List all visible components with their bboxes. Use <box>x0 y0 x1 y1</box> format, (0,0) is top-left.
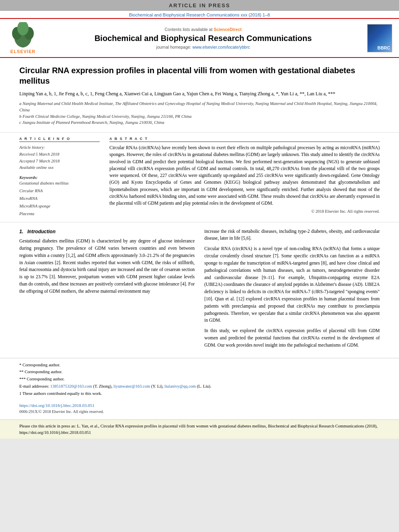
bbrc-label: BBRC <box>377 46 390 50</box>
doi-link[interactable]: https://doi.org/10.1016/j.bbrc.2018.03.0… <box>19 403 95 408</box>
header-section: ELSEVIER Contents lists available at Sci… <box>0 19 399 58</box>
article-info-col: A R T I C L E I N F O Article history: R… <box>19 137 100 218</box>
history-label: Article history: <box>19 144 100 151</box>
footnote-equal: 1 These authors contributed equally to t… <box>19 390 380 397</box>
intro-para2: increase the risk of metabolic diseases,… <box>204 228 380 242</box>
footnotes-section: * Corresponding author. ** Corresponding… <box>0 358 399 400</box>
journal-bar-text: Biochemical and Biophysical Research Com… <box>129 12 270 17</box>
abstract-text: Circular RNAs (circRNAs) have recently b… <box>109 144 380 207</box>
footnote-corresponding3: *** Corresponding author. <box>19 376 380 383</box>
issn-line: 0006-291X/© 2018 Elsevier Inc. All right… <box>19 409 380 414</box>
homepage-label: journal homepage: <box>156 45 191 49</box>
article-title: Circular RNA expression profiles in plac… <box>19 65 380 86</box>
citation-box: Please cite this article in press as: L.… <box>0 419 399 439</box>
email2-note: (Y. Li), <box>151 384 163 388</box>
keywords-label: Keywords: <box>19 175 100 180</box>
email1-link[interactable]: 13851875320@163.com <box>50 384 92 388</box>
citation-text: Please cite this article in press as: L.… <box>19 423 380 436</box>
authors-line: Linping Yan a, b, 1, Jie Feng a, b, c, 1… <box>19 90 380 97</box>
elsevier-logo: ELSEVIER <box>5 22 41 54</box>
email2-link[interactable]: liyunwater@163.com <box>113 384 150 388</box>
keyword-5: Placenta <box>19 210 100 218</box>
received-date: Received 5 March 2018 <box>19 151 100 158</box>
email3-note: (L. Liu). <box>197 384 212 388</box>
elsevier-label: ELSEVIER <box>10 49 35 54</box>
article-in-press-banner: ARTICLE IN PRESS <box>0 0 399 11</box>
article-info-abstract-section: A R T I C L E I N F O Article history: R… <box>0 133 399 222</box>
doi-section: https://doi.org/10.1016/j.bbrc.2018.03.0… <box>0 400 399 416</box>
two-col-body: 1. Introduction Gestational diabetes mel… <box>19 228 380 352</box>
intro-para3: Circular RNA (circRNA) is a novel type o… <box>204 245 380 324</box>
body-section: 1. Introduction Gestational diabetes mel… <box>0 222 399 358</box>
email3-link[interactable]: liulanivy@qq.com <box>165 384 196 388</box>
abstract-header: A B S T R A C T <box>109 137 380 142</box>
intro-para4: In this study, we explored the circRNA e… <box>204 327 380 349</box>
keywords-list: Gestational diabetes mellitus Circular R… <box>19 180 100 218</box>
abstract-col: A B S T R A C T Circular RNAs (circRNAs)… <box>109 137 380 218</box>
intro-section-title: 1. Introduction <box>19 228 195 236</box>
section-title-text: Introduction <box>27 229 56 234</box>
bbrc-logo: BBRC <box>365 22 394 54</box>
sciencedirect-link[interactable]: ScienceDirect <box>214 27 241 32</box>
affiliation-c: c Jiangsu Institute of Planned Parenthoo… <box>19 119 380 126</box>
keyword-4: MicroRNA sponge <box>19 203 100 210</box>
article-title-section: Circular RNA expression profiles in plac… <box>0 58 399 133</box>
footnote-corresponding1: * Corresponding author. <box>19 362 380 369</box>
page: ARTICLE IN PRESS Biochemical and Biophys… <box>0 0 399 439</box>
intro-para1: Gestational diabetes mellitus (GDM) is c… <box>19 238 195 295</box>
footnote-emails: E-mail addresses: 13851875320@163.com (T… <box>19 383 380 390</box>
header-center: Contents lists available at ScienceDirec… <box>45 22 361 54</box>
sciencedirect-line: Contents lists available at ScienceDirec… <box>165 27 241 32</box>
section-number: 1. <box>19 229 23 234</box>
email1-name: (T. Zhong), <box>93 384 112 388</box>
body-left-col: 1. Introduction Gestational diabetes mel… <box>19 228 195 352</box>
keywords-section: Keywords: Gestational diabetes mellitus … <box>19 175 100 218</box>
banner-text: ARTICLE IN PRESS <box>169 2 230 8</box>
accepted-date: Accepted 7 March 2018 <box>19 158 100 165</box>
journal-title-bar: Biochemical and Biophysical Research Com… <box>0 11 399 19</box>
keyword-1: Gestational diabetes mellitus <box>19 180 100 187</box>
keyword-2: Circular RNA <box>19 187 100 195</box>
contents-text: Contents lists available at <box>165 27 212 32</box>
available-date: Available online xxx <box>19 164 100 171</box>
bbrc-box: BBRC <box>367 24 392 52</box>
email-label: E-mail addresses: <box>19 384 49 388</box>
affiliation-b: b Fourth Clinical Medicine College, Nanj… <box>19 113 380 120</box>
elsevier-tree-icon <box>9 22 37 48</box>
journal-main-title: Biochemical and Biophysical Research Com… <box>95 33 312 43</box>
journal-homepage-line: journal homepage: www.elsevier.com/locat… <box>156 45 250 49</box>
authors-text: Linping Yan a, b, 1, Jie Feng a, b, c, 1… <box>19 91 335 97</box>
keyword-3: MicroRNA <box>19 195 100 203</box>
copyright-line: © 2018 Elsevier Inc. All rights reserved… <box>109 209 380 214</box>
footnote-corresponding2: ** Corresponding author. <box>19 368 380 376</box>
affiliation-a: a Nanjing Maternal and Child Health Medi… <box>19 101 380 113</box>
article-info-header: A R T I C L E I N F O <box>19 137 100 142</box>
homepage-url[interactable]: www.elsevier.com/locate/ybbrc <box>192 45 250 49</box>
article-history: Article history: Received 5 March 2018 A… <box>19 144 100 171</box>
affiliations: a Nanjing Maternal and Child Health Medi… <box>19 101 380 126</box>
body-right-col: increase the risk of metabolic diseases,… <box>204 228 380 352</box>
